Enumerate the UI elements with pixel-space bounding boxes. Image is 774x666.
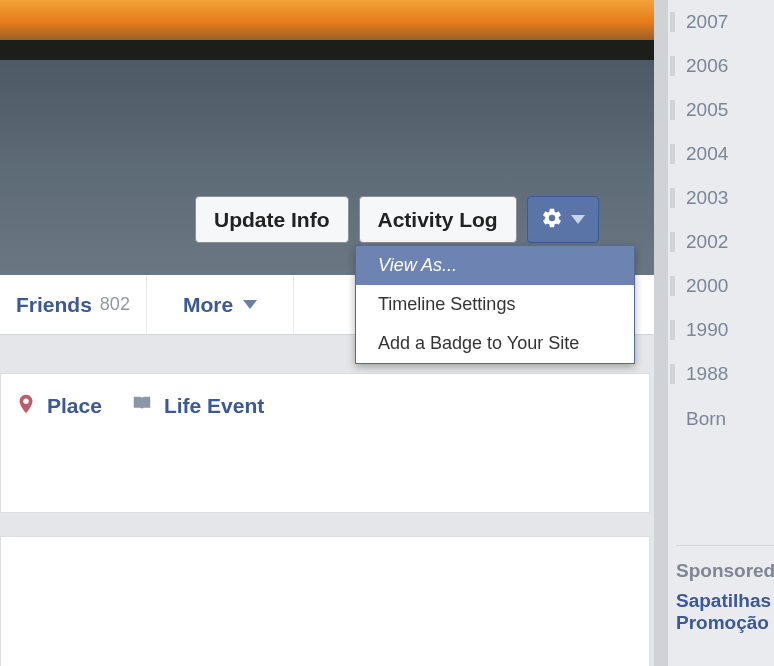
settings-gear-button[interactable] xyxy=(527,196,599,243)
timeline-year[interactable]: 2007 xyxy=(668,0,774,44)
timeline-year[interactable]: 2005 xyxy=(668,88,774,132)
main-column: Update Info Activity Log Friends 802 Mor… xyxy=(0,0,654,666)
dropdown-item-view-as[interactable]: View As... xyxy=(356,246,634,285)
gear-icon xyxy=(541,207,563,233)
timeline-year[interactable]: 1988 xyxy=(668,352,774,396)
cover-actions: Update Info Activity Log xyxy=(195,196,599,248)
tab-friends[interactable]: Friends 802 xyxy=(0,275,147,334)
chevron-down-icon xyxy=(571,215,585,224)
tab-more-label: More xyxy=(183,293,233,317)
composer-place[interactable]: Place xyxy=(15,392,102,420)
activity-log-button[interactable]: Activity Log xyxy=(359,196,517,243)
timeline-year[interactable]: 2003 xyxy=(668,176,774,220)
composer-row: Place Life Event xyxy=(1,374,649,438)
timeline-year[interactable]: 2002 xyxy=(668,220,774,264)
tab-friends-count: 802 xyxy=(100,294,130,315)
composer-place-label: Place xyxy=(47,394,102,418)
timeline-year[interactable]: 1990 xyxy=(668,308,774,352)
dropdown-item-add-badge[interactable]: Add a Badge to Your Site xyxy=(356,324,634,363)
composer-life-event[interactable]: Life Event xyxy=(130,393,264,419)
chevron-down-icon xyxy=(243,300,257,309)
update-info-button[interactable]: Update Info xyxy=(195,196,349,243)
timeline-born[interactable]: Born xyxy=(668,396,774,442)
composer-panel: Place Life Event xyxy=(0,373,650,513)
dropdown-item-timeline-settings[interactable]: Timeline Settings xyxy=(356,285,634,324)
settings-dropdown: View As... Timeline Settings Add a Badge… xyxy=(355,245,635,364)
tab-friends-label: Friends xyxy=(16,293,92,317)
sponsored-header: Sponsored xyxy=(676,545,774,590)
book-icon xyxy=(130,393,154,419)
sponsored-link-2[interactable]: Promoção xyxy=(676,612,774,634)
svg-point-0 xyxy=(23,399,29,405)
sponsored-link-1[interactable]: Sapatilhas xyxy=(676,590,774,612)
tab-more[interactable]: More xyxy=(147,275,294,334)
timeline-year[interactable]: 2006 xyxy=(668,44,774,88)
timeline-year-list: 2007 2006 2005 2004 2003 2002 2000 1990 … xyxy=(668,0,774,442)
content-panel xyxy=(0,536,650,666)
pin-icon xyxy=(15,392,37,420)
column-gutter xyxy=(654,0,668,666)
composer-life-event-label: Life Event xyxy=(164,394,264,418)
timeline-year[interactable]: 2000 xyxy=(668,264,774,308)
sponsored-box: Sponsored Sapatilhas Promoção xyxy=(676,545,774,634)
timeline-year[interactable]: 2004 xyxy=(668,132,774,176)
